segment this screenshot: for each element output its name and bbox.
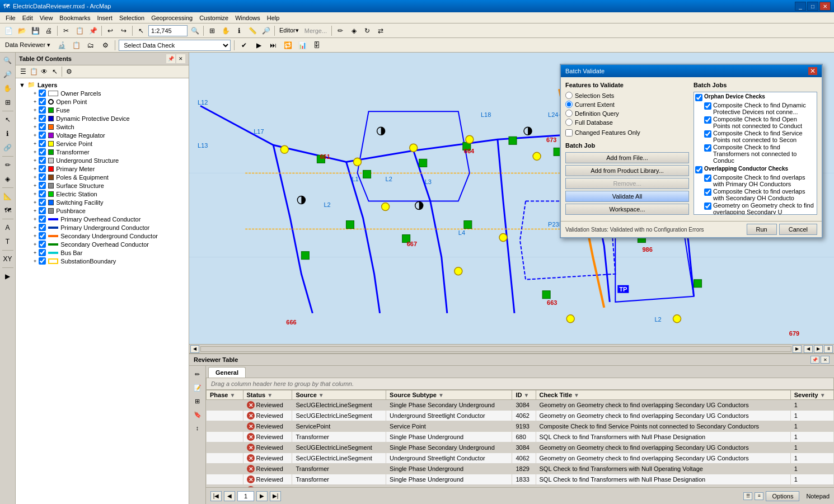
check-btn3[interactable]: ⏭ [267, 39, 279, 51]
changed-features-checkbox[interactable] [565, 129, 573, 136]
toc-group-label[interactable]: ▼ 📁 Layers [18, 81, 186, 89]
copy-btn[interactable]: 📋 [73, 25, 86, 37]
menu-geoprocessing[interactable]: Geoprocessing [148, 13, 196, 22]
print-btn[interactable]: 🖨 [43, 25, 55, 37]
identify-tool[interactable]: ℹ [1, 127, 15, 140]
reviewer-tool-pan[interactable]: ↕ [191, 422, 204, 434]
check-dpd[interactable] [704, 102, 711, 110]
check-transformers[interactable] [704, 144, 711, 152]
maximize-btn[interactable]: □ [807, 2, 818, 11]
check-btn2[interactable]: ▶ [252, 39, 265, 51]
map-horizontal-scrollbar[interactable] [200, 346, 791, 352]
zoom-extent-btn[interactable]: ⊞ [206, 25, 218, 37]
table-row[interactable]: ✕ Reviewed SecUGElectricLineSegment Sing… [207, 400, 834, 411]
toc-layer-electric-station[interactable]: + Electric Station [18, 190, 186, 198]
table-row[interactable]: ✕ Reviewed SecUGElectricLineSegment Sing… [207, 442, 834, 453]
layer-checkbox-pushbrace[interactable] [39, 207, 46, 214]
reflect-btn[interactable]: ⇄ [374, 25, 387, 37]
toc-layer-pushbrace[interactable]: + Pushbrace [18, 206, 186, 215]
col-header-status[interactable]: Status ▼ [243, 390, 292, 400]
toc-select-view[interactable]: ↖ [50, 67, 60, 77]
window-controls[interactable]: _ □ ✕ [795, 2, 831, 11]
radio-full-database[interactable]: Full Database [565, 119, 689, 126]
toc-visibility-view[interactable]: 👁 [39, 67, 49, 77]
check-orphan-group[interactable] [695, 94, 702, 101]
layer-checkbox-poles[interactable] [39, 173, 46, 181]
find-btn[interactable]: 🔎 [260, 25, 272, 37]
zoom-in-btn[interactable]: 🔍 [189, 25, 201, 37]
map-nav-btn2[interactable]: ▶ [814, 345, 823, 353]
toc-layer-poles[interactable]: + Poles & Equipment [18, 173, 186, 181]
menu-bookmarks[interactable]: Bookmarks [56, 13, 93, 22]
layer-checkbox-secondary-ug[interactable] [39, 232, 46, 239]
check-service-pts[interactable] [704, 130, 711, 138]
radio-current-extent-input[interactable] [565, 101, 573, 108]
check-btn1[interactable]: ✔ [238, 39, 250, 51]
toc-layer-service-point[interactable]: + Service Point [18, 139, 186, 148]
minimize-btn[interactable]: _ [795, 2, 806, 11]
menu-file[interactable]: File [2, 13, 19, 22]
layer-checkbox-substation[interactable] [39, 257, 46, 265]
zoom-in-tool[interactable]: 🔍 [1, 54, 15, 67]
toc-layer-substation[interactable]: + SubstationBoundary [18, 257, 186, 265]
menu-edit[interactable]: Edit [19, 13, 36, 22]
toc-layer-transformer[interactable]: + Transformer [18, 148, 186, 156]
radio-full-database-input[interactable] [565, 119, 573, 126]
layer-checkbox-switching-facility[interactable] [39, 199, 46, 206]
radio-selection-sets-input[interactable] [565, 92, 573, 99]
table-row[interactable]: ✕ Reviewed Transformer Single Phase Unde… [207, 464, 834, 474]
options-btn[interactable]: Options [766, 491, 799, 501]
toc-options-btn[interactable]: ⚙ [64, 67, 74, 77]
table-view-btn2[interactable]: ≡ [755, 492, 763, 500]
redo-btn[interactable]: ↪ [118, 25, 130, 37]
table-row[interactable]: ✕ Reviewed SecUGElectricLineSegment Unde… [207, 453, 834, 464]
map-area[interactable]: TP 661 664 673 667 854 663 986 666 679 L… [189, 53, 834, 353]
cancel-btn[interactable]: Cancel [779, 224, 817, 235]
toc-layer-secondary-ug[interactable]: + Secondary Underground Conductor [18, 232, 186, 240]
batch-jobs-list[interactable]: Orphan Device Checks Composite Check to … [694, 92, 817, 215]
radio-definition-query-input[interactable] [565, 110, 573, 117]
zoom-out-tool[interactable]: 🔎 [1, 68, 15, 81]
measure-tool[interactable]: 📐 [1, 190, 15, 203]
toc-layer-owner-parcels[interactable]: + Owner Parcels [18, 89, 186, 97]
add-from-library-btn[interactable]: Add from Product Library... [565, 165, 689, 176]
toc-layer-fuse[interactable]: + Fuse [18, 106, 186, 114]
label-tool[interactable]: A [1, 221, 15, 234]
check-btn4[interactable]: 🔁 [282, 39, 294, 51]
select-data-check[interactable]: Select Data Check [119, 40, 231, 51]
scrollbar-left-btn[interactable]: ◀ [190, 345, 199, 353]
pointer-btn[interactable]: ↖ [135, 25, 147, 37]
table-row[interactable]: ✕ Reviewed SecUGElectricLineSegment Unde… [207, 411, 834, 421]
tab-general[interactable]: General [208, 367, 246, 378]
reviewer-tool-note[interactable]: 📝 [191, 381, 204, 394]
map-nav-btn1[interactable]: ◀ [804, 345, 813, 353]
layer-checkbox-secondary-oh[interactable] [39, 241, 46, 248]
changed-features-only[interactable]: Changed Features Only [565, 129, 689, 136]
toc-pin-btn[interactable]: 📌 [166, 54, 175, 63]
check-open-points[interactable] [704, 116, 711, 124]
menu-insert[interactable]: Insert [93, 13, 116, 22]
layer-checkbox-switch[interactable] [39, 123, 46, 130]
radio-current-extent[interactable]: Current Extent [565, 101, 689, 108]
layer-checkbox-open-point[interactable] [39, 98, 46, 105]
sketch-btn[interactable]: ✏ [334, 25, 346, 37]
layer-checkbox-transformer[interactable] [39, 148, 46, 156]
layer-checkbox-service-point[interactable] [39, 140, 46, 147]
reviewer-icon3[interactable]: 🗂 [85, 39, 97, 51]
col-header-id[interactable]: ID ▼ [512, 390, 536, 400]
toc-layer-switching-facility[interactable]: + Switching Facility [18, 198, 186, 206]
table-view-btn1[interactable]: ☰ [743, 492, 752, 500]
close-btn[interactable]: ✕ [819, 2, 831, 11]
rotate-btn[interactable]: ↻ [361, 25, 373, 37]
toc-layer-open-point[interactable]: + Open Point [18, 97, 186, 106]
check-btn6[interactable]: 🗄 [311, 39, 323, 51]
toc-layer-surface-struct[interactable]: + Surface Structure [18, 181, 186, 190]
toc-layer-voltage-reg[interactable]: + Voltage Regulator [18, 131, 186, 139]
reviewer-dropdown-btn[interactable]: Data Reviewer ▾ [2, 39, 53, 51]
nav-next-btn[interactable]: ▶ [256, 491, 268, 501]
pan-tool[interactable]: ✋ [1, 82, 15, 95]
reviewer-close-btn[interactable]: ✕ [821, 356, 830, 364]
editor-label[interactable]: Editor▾ [277, 27, 301, 34]
layer-checkbox-fuse[interactable] [39, 106, 46, 114]
nav-first-btn[interactable]: |◀ [210, 491, 222, 501]
